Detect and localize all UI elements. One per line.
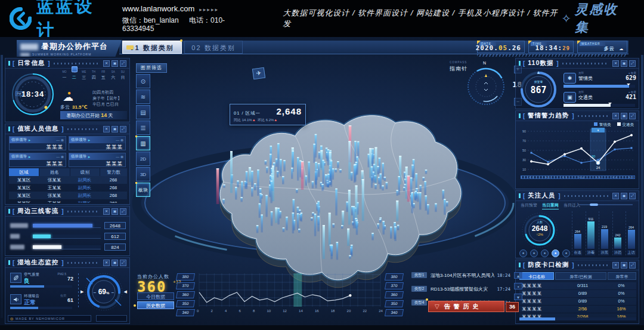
panel-expand-icon[interactable]: ⤢ bbox=[629, 60, 636, 67]
weekday-TU[interactable]: TU二 bbox=[70, 70, 78, 81]
panel-title: 湿地生态监控 bbox=[17, 258, 58, 267]
duty-col-2[interactable]: 级别 bbox=[70, 168, 100, 176]
checkpoint-row[interactable]: 某某某某0/3110% bbox=[519, 282, 636, 289]
panel-window-icon[interactable]: ▣ bbox=[112, 208, 118, 215]
x-tick: 24 bbox=[379, 309, 383, 313]
panel-expand-icon[interactable]: ⤢ bbox=[629, 113, 636, 119]
focus-tab-2[interactable]: 当日迁入 bbox=[564, 202, 580, 209]
focus-type-icon-4[interactable]: ● bbox=[562, 249, 570, 257]
layer-toolbar-title: 图层筛选 bbox=[136, 63, 167, 73]
compass-dial[interactable] bbox=[465, 66, 507, 107]
weekday-SA[interactable]: SA六 bbox=[109, 70, 117, 81]
focus-type-icon-1[interactable]: ● bbox=[530, 249, 538, 257]
focus-tab-1[interactable]: 当日案网 bbox=[542, 202, 559, 209]
focus-tab-0[interactable]: 当日预警 bbox=[521, 202, 537, 209]
today-data-button[interactable]: 今日数据 bbox=[137, 292, 174, 300]
checkpoint-row[interactable]: 某某某某0/890% bbox=[519, 290, 636, 297]
checkpoint-col-1[interactable]: 异常/已检测 bbox=[555, 272, 606, 280]
duty-leader-card[interactable]: 值班领导▸— ⊗ 某某某 bbox=[9, 153, 66, 167]
scroll-dot-icon[interactable]: ● bbox=[514, 283, 522, 289]
focus-type-icon-3[interactable]: ● bbox=[552, 249, 559, 257]
panel-window-icon[interactable]: ▣ bbox=[621, 60, 627, 67]
divider bbox=[78, 273, 79, 308]
panel-min-icon[interactable]: ✕ bbox=[103, 260, 110, 266]
eco-gauge: ▶ ◀ − 69% − bbox=[83, 271, 125, 313]
chart-layer-button[interactable]: ▥ bbox=[136, 136, 150, 150]
weekday-FR[interactable]: FR五 bbox=[99, 70, 107, 81]
view-3d-button[interactable]: 3D bbox=[136, 167, 150, 181]
alert-row[interactable]: 类型2 RD13-53烟感报警疑似火灾 17:24 bbox=[411, 285, 510, 293]
panel-expand-icon[interactable]: ⤢ bbox=[629, 193, 636, 199]
bar-chart-slider[interactable] bbox=[579, 204, 633, 205]
duty-table-row[interactable]: 某某区王某某副局长268 bbox=[9, 199, 127, 203]
focus-type-icon-2[interactable]: ● bbox=[541, 249, 549, 257]
panel-window-icon[interactable]: ▣ bbox=[621, 262, 627, 269]
time-plate: TIME 18:34:29 bbox=[528, 41, 574, 53]
duty-col-1[interactable]: 姓名 bbox=[39, 168, 70, 176]
alert-time: 18:24 bbox=[497, 273, 510, 278]
wechat-text: 微信：ben_lanlan bbox=[122, 16, 179, 24]
weekday-SU[interactable]: SU日 bbox=[119, 70, 127, 81]
checkpoint-col-0[interactable]: 卡口名称 bbox=[519, 272, 554, 280]
tab-data-category-1[interactable]: 01 数据类别 bbox=[122, 41, 182, 54]
panel-expand-icon[interactable]: ⤢ bbox=[120, 60, 126, 67]
scroll-up-icon[interactable]: ▲ bbox=[514, 272, 522, 279]
view-2d-button[interactable]: 2D bbox=[136, 152, 150, 166]
panel-window-icon[interactable]: ▣ bbox=[112, 260, 118, 266]
plane-icon[interactable]: ✈ bbox=[252, 67, 265, 80]
gauge-label: 接警量 bbox=[519, 80, 558, 84]
panel-min-icon[interactable]: ✕ bbox=[612, 113, 619, 119]
checkpoint-row[interactable]: 某某某某2/5616% bbox=[519, 306, 636, 313]
inspiration-collect[interactable]: ✧ 灵感收集 bbox=[561, 1, 631, 36]
duty-col-3[interactable]: 警力数 bbox=[100, 168, 127, 176]
tab-data-category-2[interactable]: 02 数据类别 bbox=[184, 41, 243, 54]
legend-item[interactable]: 交通类 bbox=[617, 122, 634, 128]
panel-expand-icon[interactable]: ⤢ bbox=[629, 262, 636, 269]
website-link[interactable]: www.lanlanwork.com bbox=[122, 4, 194, 13]
panel-window-icon[interactable]: ▣ bbox=[112, 60, 118, 67]
scroll-down-icon[interactable]: ▼ bbox=[514, 294, 522, 300]
tab-icon bbox=[126, 45, 134, 50]
panel-expand-icon[interactable]: ⤢ bbox=[120, 126, 126, 132]
duty-col-0[interactable]: 区域 bbox=[9, 168, 39, 176]
office-line-chart[interactable] bbox=[197, 272, 383, 308]
checkpoint-row[interactable]: 某某某某0/890% bbox=[519, 298, 636, 305]
camera-layer-button[interactable]: ⊙ bbox=[136, 74, 150, 88]
panel-window-icon[interactable]: ▣ bbox=[112, 126, 118, 132]
duty-leader-card[interactable]: 值班领导▸— ⊗ 某某某 bbox=[69, 136, 126, 150]
logo-text: 蓝蓝设计 bbox=[36, 0, 112, 42]
panel-min-icon[interactable]: ✕ bbox=[103, 60, 110, 67]
legend-item[interactable]: 警情类 bbox=[594, 122, 611, 128]
panel-expand-icon[interactable]: ⤢ bbox=[120, 208, 126, 215]
duty-table-row[interactable]: 某某区张某某副局长268 bbox=[9, 176, 127, 184]
panel-window-icon[interactable]: ▣ bbox=[621, 113, 627, 119]
duty-table-row[interactable]: 某某区王某某副局长268 bbox=[9, 184, 127, 192]
duty-leader-card[interactable]: 值班领导▸— ⊗ 某某某 bbox=[69, 153, 126, 167]
table-scrollbar[interactable] bbox=[519, 317, 636, 320]
panel-min-icon[interactable]: ✕ bbox=[612, 262, 619, 269]
alert-row[interactable]: 类型1 湿地3-104片区有不明人员闯入 18:24 bbox=[411, 271, 510, 279]
duty-leader-card[interactable]: 值班领导▸— ⊗ 某某某 bbox=[9, 136, 66, 150]
weekday-MO[interactable]: MO一 bbox=[60, 70, 69, 81]
trend-ruler[interactable] bbox=[521, 175, 635, 179]
focus-type-icon-0[interactable]: ● bbox=[519, 249, 527, 257]
weekday-TH[interactable]: TH四 bbox=[89, 70, 98, 81]
list-layer-button[interactable]: ☰ bbox=[136, 121, 150, 135]
gauge-label: 人数 bbox=[521, 220, 559, 224]
trend-chart[interactable]: ▾907050301030245.15.25.35.45.55.65.7 bbox=[518, 128, 637, 180]
weekday-WE[interactable]: WE三 bbox=[80, 70, 88, 81]
checkpoint-col-2[interactable]: 异常率 bbox=[608, 272, 636, 280]
panel-min-icon[interactable]: ✕ bbox=[103, 126, 110, 132]
focus-gauge: 人数 2648 ↑2% bbox=[521, 211, 559, 249]
alert-history-button[interactable]: ▽ 告警历史 bbox=[428, 301, 504, 312]
history-data-button[interactable]: 历史数据 bbox=[137, 301, 174, 309]
device-layer-button[interactable]: ▤ bbox=[136, 105, 150, 119]
panel-window-icon[interactable]: ▣ bbox=[621, 193, 627, 199]
signal-layer-button[interactable]: ≋ bbox=[136, 90, 150, 104]
panel-min-icon[interactable]: ✕ bbox=[103, 208, 110, 215]
duty-table-row[interactable]: 某某区张某某副局长268 bbox=[9, 192, 127, 199]
block-layer-button[interactable]: 板块 bbox=[136, 183, 150, 197]
panel-min-icon[interactable]: ✕ bbox=[612, 193, 619, 199]
panel-min-icon[interactable]: ✕ bbox=[612, 60, 619, 67]
panel-expand-icon[interactable]: ⤢ bbox=[120, 260, 126, 266]
